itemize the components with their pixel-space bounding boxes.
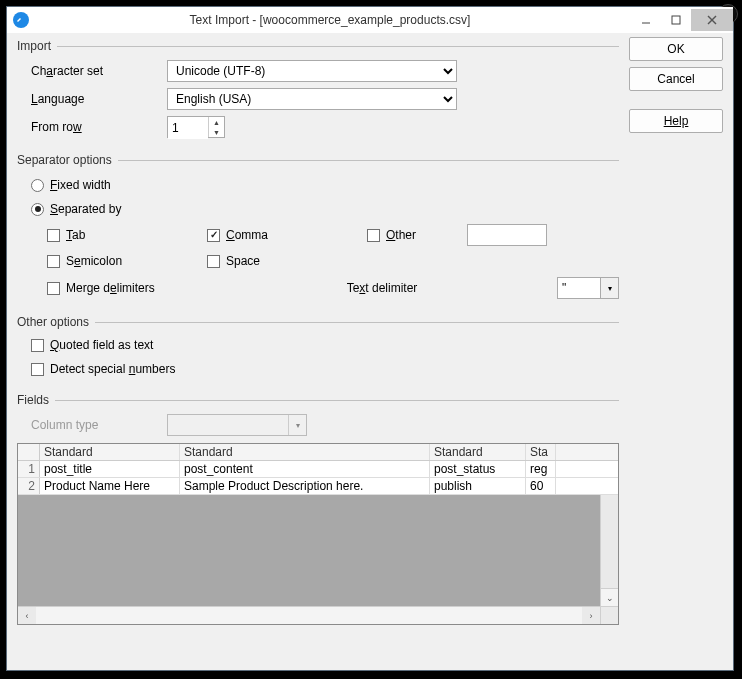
merge-delimiters-checkbox[interactable]: Merge delimiters xyxy=(47,276,207,300)
import-legend: Import xyxy=(17,39,57,53)
preview-header-row[interactable]: Standard Standard Standard Sta xyxy=(18,444,618,461)
checkbox-icon xyxy=(207,255,220,268)
chevron-down-icon: ▾ xyxy=(288,415,306,435)
column-type-select[interactable]: ▾ xyxy=(167,414,307,436)
other-checkbox[interactable]: Other xyxy=(367,223,457,247)
horizontal-scrollbar[interactable]: ‹ › xyxy=(18,606,618,624)
checkbox-icon xyxy=(207,229,220,242)
chevron-down-icon[interactable]: ▾ xyxy=(601,277,619,299)
checkbox-icon xyxy=(47,229,60,242)
help-button[interactable]: Help xyxy=(629,109,723,133)
separated-by-radio[interactable]: Separated by xyxy=(31,197,619,221)
spinner-down-icon[interactable]: ▼ xyxy=(209,127,224,137)
from-row-input[interactable] xyxy=(168,117,208,139)
radio-icon xyxy=(31,179,44,192)
charset-select[interactable]: Unicode (UTF-8) xyxy=(167,60,457,82)
fixed-width-radio[interactable]: Fixed width xyxy=(31,173,619,197)
quoted-field-checkbox[interactable]: Quoted field as text xyxy=(31,333,619,357)
window-title: Text Import - [woocommerce_example_produ… xyxy=(29,13,631,27)
title-bar: Text Import - [woocommerce_example_produ… xyxy=(7,7,733,33)
svg-rect-1 xyxy=(672,16,680,24)
other-options-legend: Other options xyxy=(17,315,95,329)
vertical-scrollbar[interactable]: ⌄ xyxy=(600,495,618,606)
separator-legend: Separator options xyxy=(17,153,118,167)
import-group: Import Character set Unicode (UTF-8) Lan… xyxy=(17,33,619,141)
cancel-button[interactable]: Cancel xyxy=(629,67,723,91)
checkbox-icon xyxy=(31,339,44,352)
app-icon xyxy=(13,12,29,28)
space-checkbox[interactable]: Space xyxy=(207,249,367,273)
fields-legend: Fields xyxy=(17,393,55,407)
language-select[interactable]: English (USA) xyxy=(167,88,457,110)
from-row-spinner[interactable]: ▲ ▼ xyxy=(167,116,225,138)
checkbox-icon xyxy=(47,282,60,295)
fields-group: Fields Column type ▾ Standard xyxy=(17,387,619,625)
other-options-group: Other options Quoted field as text Detec… xyxy=(17,309,619,381)
separator-group: Separator options Fixed width Separated … xyxy=(17,147,619,303)
tab-checkbox[interactable]: Tab xyxy=(47,223,207,247)
semicolon-checkbox[interactable]: Semicolon xyxy=(47,249,207,273)
preview-grid[interactable]: Standard Standard Standard Sta 1 post_ti… xyxy=(17,443,619,625)
checkbox-icon xyxy=(367,229,380,242)
comma-checkbox[interactable]: Comma xyxy=(207,223,367,247)
scroll-left-icon[interactable]: ‹ xyxy=(18,607,36,624)
table-row: 2 Product Name Here Sample Product Descr… xyxy=(18,478,618,495)
checkbox-icon xyxy=(31,363,44,376)
other-separator-input[interactable] xyxy=(467,224,547,246)
spinner-up-icon[interactable]: ▲ xyxy=(209,117,224,127)
minimize-button[interactable] xyxy=(631,9,661,31)
checkbox-icon xyxy=(47,255,60,268)
text-delimiter-combo[interactable] xyxy=(557,277,601,299)
from-row-label: From row xyxy=(17,120,167,134)
close-button[interactable] xyxy=(691,9,733,31)
maximize-button[interactable] xyxy=(661,9,691,31)
text-delimiter-label: Text delimiter xyxy=(207,281,557,295)
charset-label: Character set xyxy=(17,64,167,78)
text-import-dialog: Text Import - [woocommerce_example_produ… xyxy=(6,6,734,671)
ok-button[interactable]: OK xyxy=(629,37,723,61)
column-type-label: Column type xyxy=(17,418,167,432)
radio-icon xyxy=(31,203,44,216)
language-label: Language xyxy=(17,92,167,106)
scroll-down-icon[interactable]: ⌄ xyxy=(601,588,618,606)
scroll-right-icon[interactable]: › xyxy=(582,607,600,624)
table-row: 1 post_title post_content post_status re… xyxy=(18,461,618,478)
detect-numbers-checkbox[interactable]: Detect special numbers xyxy=(31,357,619,381)
